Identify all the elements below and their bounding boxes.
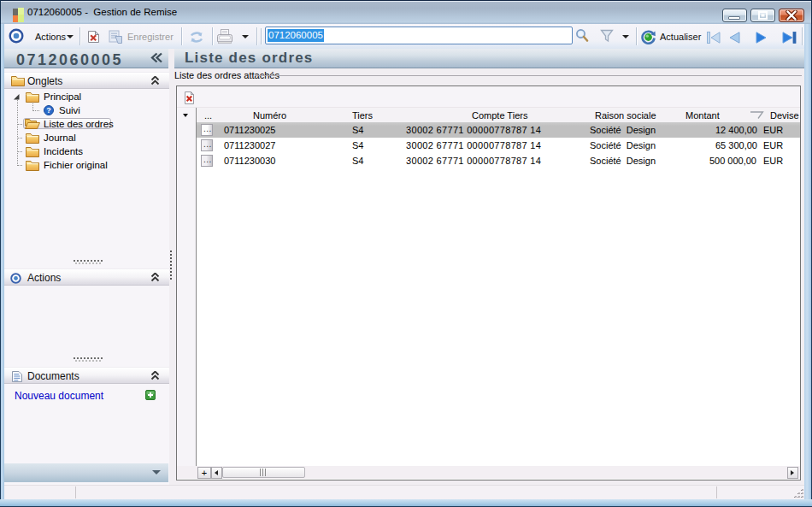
svg-text:?: ?	[46, 106, 51, 115]
